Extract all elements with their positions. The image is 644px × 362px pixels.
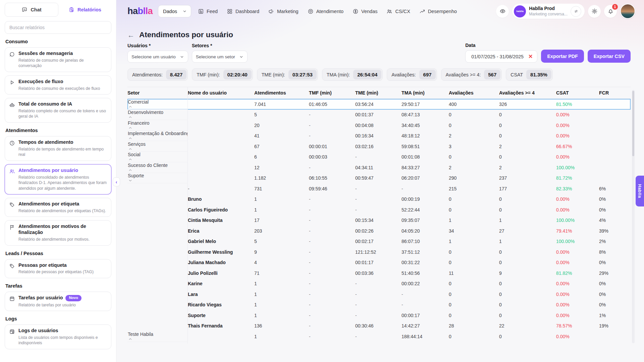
table-row-sector-comercial[interactable]: Comercial7.04101:46:0503:56:2429:50:1740…	[127, 99, 631, 110]
users-select[interactable]: Selecione um usuário	[127, 51, 188, 63]
settings-button[interactable]	[588, 5, 601, 18]
nav-item-vendas[interactable]: Vendas	[353, 8, 377, 14]
table-row-sector-implementa-o-onboarding[interactable]: Implementação & Onboarding41-00:16:3448:…	[127, 131, 631, 141]
chevron-up-icon[interactable]	[128, 105, 132, 109]
table-row-sector-sucesso-do-cliente[interactable]: Sucesso do Cliente12-04:34:1184:33:27221…	[127, 162, 631, 173]
table-row-sector-servi-os[interactable]: Serviços6700:00:0103:02:1659:08:513266.6…	[127, 141, 631, 152]
table-row-user-thais-fernanda[interactable]: Thais Fernanda136-00:30:4614:42:27282278…	[127, 321, 631, 331]
value-cell: 1	[254, 281, 309, 286]
main-content: ← Atendimentos por usuário Usuários * Se…	[116, 22, 644, 362]
trend-up-icon	[419, 8, 425, 14]
value-cell: 136	[254, 323, 309, 328]
table-row-sector-desenvolvimento[interactable]: Desenvolvimento5-00:01:3708:47:13000.00%	[127, 110, 631, 120]
nav-item-cs-cx[interactable]: CS/CX	[386, 8, 410, 14]
sector-cell: Suporte	[127, 173, 188, 184]
value-cell: 731	[254, 186, 309, 191]
user-name-cell: Juliana Machado	[188, 260, 254, 265]
export-csv-button[interactable]: Exportar CSV	[588, 50, 631, 63]
table-row-sector-social[interactable]: Social600:00:03-00:01:08000.00%	[127, 152, 631, 163]
table-row-user-ricardo-viegas[interactable]: Ricardo Viegas1---000.00%0%	[127, 300, 631, 310]
clear-date-button[interactable]: ✕	[528, 54, 533, 59]
sidebar-item-total-de-consumo-de-ia[interactable]: Total de consumo de IARelatório completo…	[5, 98, 111, 123]
back-arrow-icon[interactable]: ←	[127, 32, 135, 39]
table-row-sector-blank[interactable]	[127, 342, 631, 344]
value-cell: 01:46:05	[309, 102, 355, 107]
stat-value: 03:27:53	[288, 70, 317, 79]
sidebar-item-atendimentos-por-motivos-de-finaliza-o[interactable]: Atendimentos por motivos de finalizaçãoR…	[5, 220, 111, 245]
value-cell: 121:12:52	[355, 249, 401, 255]
switch-workspace-icon[interactable]	[571, 6, 581, 17]
user-name-cell: Thais Fernanda	[188, 323, 254, 328]
chevron-up-icon[interactable]	[128, 115, 132, 119]
chevron-up-icon[interactable]	[128, 337, 132, 341]
table-row-sector-teste-habila[interactable]: Teste Habila1--188:44:14000.00%	[127, 331, 631, 342]
sidebar-item-execu-es-de-fluxo[interactable]: Execuções de fluxoRelatório de consumo d…	[5, 75, 111, 95]
table-row-user-karine[interactable]: Karine1--00:00:22000.00%0%	[127, 279, 631, 289]
chevron-up-icon[interactable]	[128, 147, 132, 151]
sidebar-item-atendimentos-por-usu-rio[interactable]: Atendimentos por usuárioRelatório consol…	[5, 164, 111, 194]
table-row-user-guilherme-wessling[interactable]: Guilherme Wessling9-121:12:5237:51:12000…	[127, 247, 631, 257]
table-row-user-carlos-figueiredo[interactable]: Carlos Figueiredo1--52:22:44000.00%0%	[127, 204, 631, 215]
tab-relatorios[interactable]: Relatórios	[58, 3, 111, 17]
export-pdf-button[interactable]: Exportar PDF	[541, 50, 584, 63]
nav-item-feed[interactable]: Feed	[198, 8, 218, 14]
value-cell: 2	[449, 133, 499, 138]
sidebar-item-tarefas-por-usu-rio[interactable]: Tarefas por usuárioNovoRelatório de tare…	[5, 292, 111, 311]
workspace-pill[interactable]: hablla Hablla Prod Marketing conversa...	[512, 4, 585, 19]
sector-cell	[127, 204, 188, 215]
table-row-sector-financeiro[interactable]: Financeiro20-00:04:0834:40:45000.00%	[127, 120, 631, 131]
table-row-user-erica[interactable]: Erica203-00:02:2604:05:20342779.41%39%	[127, 226, 631, 236]
table-row-user-item[interactable]: -73109:59:46--21517782.33%6%	[127, 183, 631, 194]
csat-cell: 66.67%	[556, 144, 599, 149]
csat-cell: 0.00%	[556, 123, 599, 128]
fcr-cell: 0%	[599, 292, 631, 297]
table-row-user-bruno[interactable]: Bruno1--00:00:19000.00%0%	[127, 194, 631, 205]
scrollbar-thumb[interactable]	[632, 91, 634, 156]
tab-chat[interactable]: Chat	[5, 3, 58, 17]
value-cell: 1	[254, 302, 309, 307]
chevron-up-icon[interactable]	[128, 136, 132, 140]
user-avatar[interactable]	[620, 4, 635, 19]
table-row-user-juliana-machado[interactable]: Juliana Machado4-00:01:1700:31:22000.00%…	[127, 257, 631, 268]
value-cell: 00:02:26	[355, 228, 401, 234]
nav-item-marketing[interactable]: Marketing	[268, 8, 299, 14]
table-row-sector-suporte[interactable]: Suporte1.18206:10:5500:59:4706:20:072902…	[127, 173, 631, 184]
chevron-up-icon[interactable]	[128, 157, 132, 162]
sectors-select[interactable]: Selecione um setor	[192, 51, 248, 63]
sidebar-item-logs-de-usu-rios[interactable]: Logs de usuáriosLista de usuários com te…	[5, 324, 111, 349]
table-row-user-julio-polizelli[interactable]: Julio Polizelli71-00:03:3651:40:5611981.…	[127, 268, 631, 279]
value-cell: 0	[449, 313, 499, 318]
value-cell: 0	[499, 260, 556, 265]
csat-cell: 0.00%	[556, 292, 599, 297]
table-row-user-cintia-mesquita[interactable]: Cintia Mesquita17-00:15:3409:35:0711100.…	[127, 215, 631, 226]
nav-item-dashboard[interactable]: Dashboard	[227, 8, 259, 14]
hablla-side-tab[interactable]: Hablla	[636, 176, 644, 206]
date-range-input[interactable]: 01/07/2025 - 31/08/2025 ✕	[465, 50, 537, 63]
sidebar-item-tempos-de-atendimento[interactable]: Tempos de atendimentoRelatório de tempos…	[5, 136, 111, 161]
vertical-scrollbar[interactable]	[632, 90, 635, 343]
sidebar-section-title-atendimentos: Atendimentos	[5, 128, 111, 133]
nav-item-desempenho[interactable]: Desempenho	[419, 8, 457, 14]
sidebar-item-atendimentos-por-etiqueta[interactable]: Atendimentos por etiquetaRelatório de at…	[5, 198, 111, 217]
workspace-name: Hablla Prod	[529, 6, 568, 12]
sidebar-item-pessoas-por-etiqueta[interactable]: Pessoas por etiquetaRelatório de pessoas…	[5, 259, 111, 278]
notifications-button[interactable]: 1	[604, 5, 617, 18]
stat-tme-min: TME (min):03:27:53	[257, 68, 318, 81]
chevron-up-icon[interactable]	[128, 126, 132, 130]
value-cell: 0	[499, 281, 556, 286]
table-row-user-gabriel-melo[interactable]: Gabriel Melo5-00:02:1786:07:1011100.00%2…	[127, 236, 631, 247]
preview-eye-button[interactable]	[496, 5, 509, 18]
sidebar-collapse-button[interactable]: ‹	[113, 177, 120, 186]
table-row-user-suporte[interactable]: Suporte1--00:00:17000.00%1%	[127, 310, 631, 321]
chevron-down-icon[interactable]	[128, 178, 132, 183]
sector-name: Teste Habila	[128, 332, 185, 337]
chevron-up-icon[interactable]	[128, 168, 132, 172]
search-input[interactable]	[5, 21, 111, 34]
table-row-user-lara[interactable]: Lara1---000.00%0%	[127, 289, 631, 300]
value-cell: 12	[254, 165, 309, 170]
dashboard-icon	[227, 8, 233, 14]
nav-item-atendimento[interactable]: Atendimento	[308, 8, 343, 14]
sidebar-item-sess-es-de-mensageria[interactable]: Sessões de mensageriaRelatório de consum…	[5, 47, 111, 72]
value-cell: -	[309, 281, 355, 286]
workspace-dropdown[interactable]: Dados	[158, 5, 191, 17]
